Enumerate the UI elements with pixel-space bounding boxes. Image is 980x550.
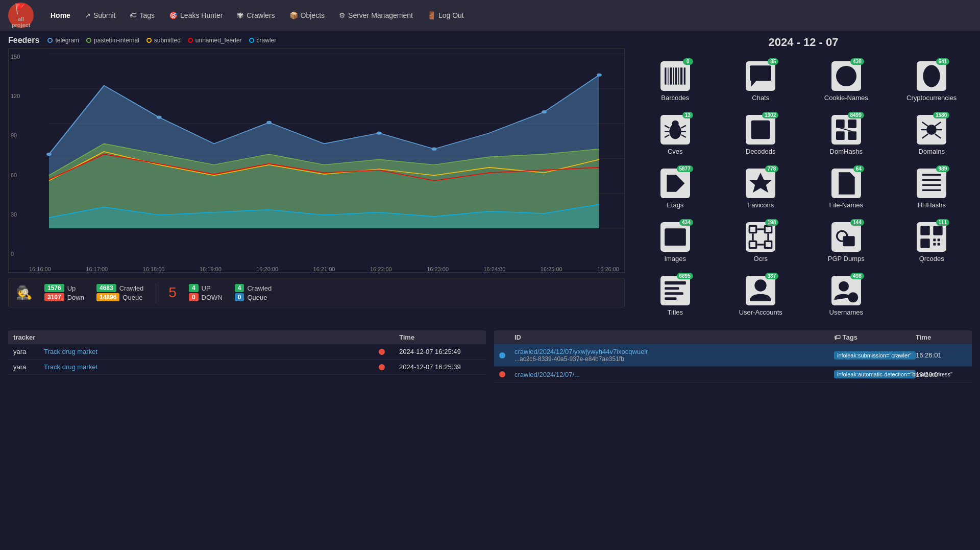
favicon-icon: [746, 169, 775, 198]
chart-svg: [9, 49, 624, 272]
icon-item-file[interactable]: 64File-Names: [806, 164, 887, 213]
svg-rect-43: [754, 132, 766, 134]
icon-wrapper-cookie: 438: [831, 61, 861, 91]
svg-line-48: [840, 128, 852, 132]
nav-leaks-hunter[interactable]: 🎯 Leaks Hunter: [163, 8, 229, 22]
nav-server-management[interactable]: ⚙ Server Management: [333, 8, 419, 22]
svg-line-54: [922, 134, 928, 138]
logo[interactable]: 🚩 all project: [8, 3, 34, 28]
html-down-badge: 0: [189, 293, 199, 301]
icon-wrapper-spider: 1580: [917, 115, 946, 145]
crawled-row: 4683 Crawled: [96, 284, 143, 292]
nav-submit[interactable]: ↗ Submit: [79, 8, 122, 22]
html-up-badge: 4: [189, 284, 199, 292]
svg-rect-21: [678, 67, 679, 84]
track-link-1[interactable]: Track drug market: [44, 348, 379, 355]
decoded-label: Decodeds: [746, 148, 776, 155]
html-crawled-badge: 4: [235, 284, 244, 292]
domhash-badge: 8499: [848, 112, 864, 118]
svg-rect-47: [848, 131, 856, 140]
chart-container: 150 120 90 60 30 0: [8, 48, 625, 273]
svg-rect-89: [665, 287, 679, 290]
icon-item-tag[interactable]: 5877Etags: [635, 164, 716, 213]
icon-item-ocr[interactable]: 198Ocrs: [721, 218, 801, 267]
hhhashs-label: HHHashs: [917, 201, 946, 209]
hhhashs-badge: 989: [936, 165, 950, 172]
svg-point-13: [432, 148, 437, 151]
time-2: 2024-12-07 16:25:39: [399, 363, 481, 371]
queue-badge: 14896: [96, 293, 119, 301]
svg-rect-58: [841, 182, 851, 184]
nav-logout[interactable]: 🚪 Log Out: [421, 8, 470, 22]
icon-wrapper-hhhashs: 989: [917, 169, 946, 198]
crawled-label: Crawled: [119, 284, 144, 292]
time-data-2: 16:26:0: [916, 371, 967, 378]
crypto-label: Cryptocurrencies: [906, 94, 957, 102]
image-badge: 434: [679, 219, 693, 226]
svg-line-37: [681, 126, 685, 128]
svg-point-11: [266, 121, 272, 124]
html-queue-badge: 0: [235, 293, 244, 301]
tag-label: Etags: [667, 201, 683, 209]
barcode-badge: 0: [683, 58, 693, 65]
svg-line-50: [922, 122, 928, 126]
svg-rect-90: [665, 292, 683, 295]
icon-item-title[interactable]: 6895Titles: [635, 272, 716, 320]
nav-home[interactable]: Home: [42, 8, 77, 22]
spider-icon: [917, 115, 946, 145]
nav-objects[interactable]: 📦 Objects: [283, 8, 331, 22]
icon-item-chat[interactable]: 85Chats: [721, 57, 801, 106]
icon-wrapper-crypto: 641: [917, 61, 946, 91]
icon-item-image[interactable]: 434Images: [635, 218, 716, 267]
navbar: 🚩 all project Home ↗ Submit 🏷 Tags 🎯 Lea…: [0, 0, 980, 31]
svg-marker-57: [749, 173, 772, 193]
icon-item-user[interactable]: 337User-Accounts: [721, 272, 801, 320]
svg-rect-17: [668, 67, 669, 84]
icon-item-favicon[interactable]: 778Favicons: [721, 164, 801, 213]
track-link-2[interactable]: Track drug market: [44, 363, 379, 371]
user-label: User-Accounts: [739, 308, 782, 316]
svg-point-14: [542, 110, 547, 113]
nav-tags[interactable]: 🏷 Tags: [124, 8, 161, 22]
icon-item-qrcode[interactable]: 111Qrcodes: [892, 218, 972, 267]
legend-crawler: crawler: [249, 37, 277, 44]
feeders-header: Feeders telegram pastebin-internal submi…: [8, 36, 625, 45]
html-queue-label: Queue: [247, 294, 267, 301]
legend-telegram-label: telegram: [55, 37, 79, 44]
svg-rect-83: [923, 241, 927, 245]
ocr-icon: [746, 222, 775, 252]
col-dot: [379, 333, 399, 341]
icons-grid: 0Barcodes85Chats438Cookie-Names641Crypto…: [635, 57, 972, 320]
icon-item-domhash[interactable]: 8499DomHashs: [806, 111, 887, 159]
svg-point-65: [668, 231, 672, 235]
svg-rect-46: [836, 131, 845, 140]
icon-item-hhhashs[interactable]: 989HHHashs: [892, 164, 972, 213]
icon-item-cookie[interactable]: 438Cookie-Names: [806, 57, 887, 106]
icon-wrapper-domhash: 8499: [831, 115, 861, 145]
feeder-down-badge: 3107: [44, 293, 64, 301]
logout-icon: 🚪: [427, 11, 436, 19]
icon-item-bug[interactable]: 13Cves: [635, 111, 716, 159]
icon-item-decoded[interactable]: 1902Decodeds: [721, 111, 801, 159]
icon-item-pgp[interactable]: 144PGP Dumps: [806, 218, 887, 267]
icon-item-spider[interactable]: 1580Domains: [892, 111, 972, 159]
html-up-label: UP: [202, 284, 211, 292]
icon-item-username[interactable]: 498Usernames: [806, 272, 887, 320]
crawled-badge: 4683: [96, 284, 116, 292]
svg-line-36: [665, 135, 669, 137]
svg-rect-59: [841, 186, 849, 187]
nav-crawlers[interactable]: 🕷 Crawlers: [231, 8, 281, 22]
html-crawled-row: 4 Crawled: [235, 284, 272, 292]
id-link-1[interactable]: crawled/2024/12/07/yxwjywyh44v7ixocqwuel…: [514, 348, 648, 355]
tag-badge-2: infoleak:automatic-detection="bitcoin-ad…: [834, 370, 916, 378]
icon-wrapper-user: 337: [746, 276, 775, 305]
tracker-table: tracker Time yara Track drug market 2024…: [8, 330, 486, 382]
time-data-1: 16:26:01: [916, 351, 967, 359]
svg-rect-67: [750, 226, 756, 232]
html-up-row: 4 UP: [189, 284, 223, 292]
id-link-2[interactable]: crawled/2024/12/07/...: [514, 371, 580, 378]
crawlers-icon: 🕷: [237, 11, 244, 19]
icon-item-barcode[interactable]: 0Barcodes: [635, 57, 716, 106]
icon-item-crypto[interactable]: 641Cryptocurrencies: [892, 57, 972, 106]
barcode-icon: [660, 61, 690, 91]
